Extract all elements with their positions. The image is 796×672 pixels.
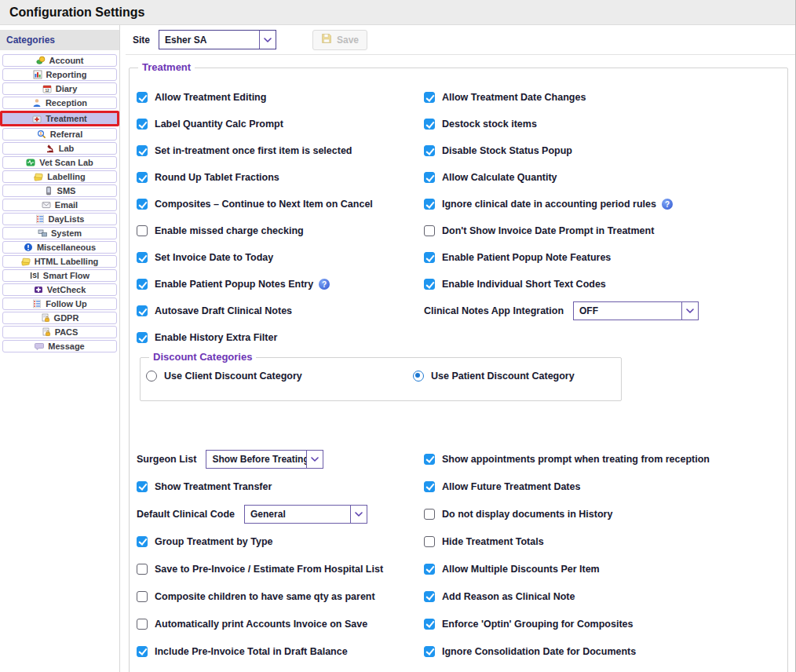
setting-row: Hide Treatment Totals: [424, 528, 710, 555]
checked-checkbox[interactable]: [137, 119, 148, 130]
sidebar-item-diary[interactable]: 12Diary: [2, 82, 117, 95]
radio-label: Use Patient Discount Category: [431, 371, 575, 382]
setting-label: Round Up Tablet Fractions: [155, 172, 279, 183]
selected-radio-button[interactable]: [413, 371, 424, 382]
checked-checkbox[interactable]: [424, 199, 435, 210]
surgeon-list-select[interactable]: Show Before Treating: [206, 450, 323, 469]
settings-column-left: Allow Treatment EditingLabel Quantity Ca…: [137, 84, 424, 351]
sidebar-item-label: Account: [49, 56, 84, 65]
sidebar-item-gdpr[interactable]: GDPR: [2, 312, 117, 324]
unchecked-checkbox[interactable]: [137, 619, 148, 630]
checked-checkbox[interactable]: [424, 619, 435, 630]
site-toolbar: Site Esher SA Save: [126, 25, 795, 55]
sidebar-item-email[interactable]: Email: [2, 199, 117, 211]
sidebar-item-lab[interactable]: Lab: [2, 142, 117, 155]
checked-checkbox[interactable]: [424, 279, 435, 290]
svg-text:S: S: [32, 272, 37, 279]
unchecked-checkbox[interactable]: [137, 225, 148, 236]
setting-row: Allow Multiple Discounts Per Item: [424, 555, 710, 583]
checked-checkbox[interactable]: [137, 305, 148, 316]
unchecked-checkbox[interactable]: [424, 509, 435, 520]
checked-checkbox[interactable]: [137, 92, 148, 103]
setting-label: Show appointments prompt when treating f…: [442, 454, 710, 465]
checked-checkbox[interactable]: [137, 536, 148, 547]
report-icon: [33, 70, 42, 79]
setting-row: [424, 324, 699, 351]
checked-checkbox[interactable]: [424, 119, 435, 130]
checked-checkbox[interactable]: [137, 481, 148, 492]
site-label: Site: [133, 35, 150, 46]
help-icon[interactable]: ?: [319, 279, 330, 290]
sidebar-item-system[interactable]: System: [2, 227, 117, 239]
setting-row: Enable Individual Short Text Codes: [424, 271, 699, 298]
setting-row: Enforce 'Optin' Grouping for Composites: [424, 610, 710, 637]
sidebar-item-label: Smart Flow: [43, 271, 89, 280]
sidebar-item-pacs[interactable]: PACS: [2, 326, 117, 338]
unchecked-checkbox[interactable]: [424, 225, 435, 236]
checked-checkbox[interactable]: [137, 252, 148, 263]
site-select[interactable]: Esher SA: [159, 30, 276, 49]
setting-label: Hide Treatment Totals: [442, 536, 544, 547]
sidebar-item-referral[interactable]: Referral: [2, 128, 117, 141]
unchecked-checkbox[interactable]: [137, 591, 148, 602]
setting-label: Allow Treatment Date Changes: [442, 92, 586, 103]
checked-checkbox[interactable]: [137, 199, 148, 210]
sidebar-item-sms[interactable]: SMS: [2, 184, 117, 197]
sidebar-item-html-labelling[interactable]: HTML Labelling: [2, 255, 117, 268]
checked-checkbox[interactable]: [424, 145, 435, 156]
setting-row: Default Clinical CodeGeneral: [137, 500, 424, 528]
checked-checkbox[interactable]: [137, 145, 148, 156]
checked-checkbox[interactable]: [424, 481, 435, 492]
checked-checkbox[interactable]: [424, 454, 435, 465]
unselected-radio-button[interactable]: [146, 371, 157, 382]
search-person-icon: [37, 130, 46, 139]
setting-row: Set in-treatment once first item is sele…: [137, 137, 424, 164]
default-clinical-code-select[interactable]: General: [244, 505, 367, 524]
setting-row: Enable History Extra Filter: [137, 324, 424, 351]
tags-icon: [34, 172, 43, 181]
sidebar-item-label: System: [51, 228, 82, 238]
checked-checkbox[interactable]: [137, 332, 148, 343]
setting-row: Add Reason as Clinical Note: [424, 583, 710, 610]
sidebar-item-follow-up[interactable]: Follow Up: [2, 298, 117, 310]
sidebar-item-vet-scan-lab[interactable]: Vet Scan Lab: [2, 156, 117, 169]
checked-checkbox[interactable]: [424, 92, 435, 103]
unchecked-checkbox[interactable]: [137, 564, 148, 575]
sidebar-item-labelling[interactable]: Labelling: [2, 170, 117, 183]
sidebar-item-account[interactable]: Account: [2, 54, 117, 67]
sidebar-item-reporting[interactable]: Reporting: [2, 68, 117, 81]
checked-checkbox[interactable]: [137, 172, 148, 183]
scan-icon: [26, 158, 35, 167]
site-select-value: Esher SA: [159, 35, 259, 46]
sidebar-item-reception[interactable]: Reception: [2, 97, 117, 109]
setting-label: Save to Pre-Invoice / Estimate From Hosp…: [155, 564, 383, 575]
save-button[interactable]: Save: [312, 30, 367, 50]
settings-column-right: Allow Treatment Date ChangesDestock stoc…: [424, 84, 699, 351]
clinical-notes-app-integration-select[interactable]: OFF: [573, 301, 699, 320]
checked-checkbox[interactable]: [424, 252, 435, 263]
checked-checkbox[interactable]: [424, 591, 435, 602]
checked-checkbox[interactable]: [424, 564, 435, 575]
setting-label: Ignore clinical date in accounting perio…: [442, 199, 656, 210]
checked-checkbox[interactable]: [424, 646, 435, 657]
sidebar-item-vetcheck[interactable]: VetCheck: [2, 283, 117, 296]
checked-checkbox[interactable]: [137, 646, 148, 657]
sidebar-item-smart-flow[interactable]: SSmart Flow: [2, 269, 117, 282]
setting-label: Enforce 'Optin' Grouping for Composites: [442, 619, 633, 630]
setting-row: Set Invoice Date to Today: [137, 244, 424, 271]
list-icon: [32, 299, 42, 309]
sidebar-item-message[interactable]: Message: [2, 340, 117, 352]
help-icon[interactable]: ?: [662, 199, 673, 210]
setting-row: Group Treatment by Type: [137, 528, 424, 555]
setting-row: Show Treatment Transfer: [137, 473, 424, 500]
sidebar-item-miscellaneous[interactable]: Miscellaneous: [2, 241, 117, 254]
checked-checkbox[interactable]: [424, 172, 435, 183]
unchecked-checkbox[interactable]: [424, 536, 435, 547]
main-panel: Site Esher SA Save Treatment Allow Treat…: [120, 25, 795, 672]
sidebar-item-treatment[interactable]: Treatment: [0, 111, 119, 126]
checked-checkbox[interactable]: [137, 279, 148, 290]
select-value: General: [245, 509, 350, 520]
sidebar-item-daylists[interactable]: DayLists: [2, 213, 117, 225]
setting-row: Composites – Continue to Next Item on Ca…: [137, 191, 424, 217]
save-icon: [321, 33, 332, 46]
